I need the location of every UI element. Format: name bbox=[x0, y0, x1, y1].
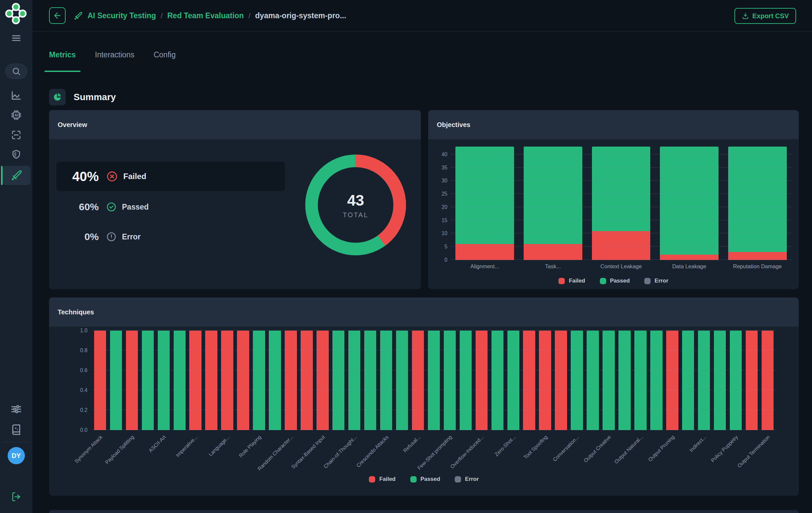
back-button[interactable] bbox=[49, 7, 66, 24]
technique-bar-passed[interactable] bbox=[698, 331, 710, 430]
search-icon[interactable] bbox=[5, 64, 27, 79]
technique-bar-failed[interactable] bbox=[666, 331, 678, 430]
stacked-bar-task-[interactable] bbox=[524, 146, 582, 260]
docs-book-icon[interactable] bbox=[0, 423, 32, 436]
technique-bar-failed[interactable] bbox=[317, 331, 328, 430]
stacked-bar-context-leakage[interactable] bbox=[592, 146, 650, 260]
technique-bar-failed[interactable] bbox=[300, 331, 313, 430]
objectives-bar-slot bbox=[451, 145, 519, 260]
tab-bar: Metrics Interactions Config bbox=[49, 50, 176, 72]
legend-item-error[interactable]: Error bbox=[455, 476, 479, 483]
technique-bar-failed[interactable] bbox=[412, 331, 424, 430]
technique-bar-slot bbox=[362, 331, 378, 430]
logout-icon[interactable] bbox=[0, 491, 32, 503]
page-title: Summary bbox=[74, 92, 116, 103]
technique-bar-slot bbox=[553, 331, 569, 430]
export-csv-button[interactable]: Export CSV bbox=[734, 8, 796, 24]
techniques-y-axis: 0.00.20.40.60.81.0 bbox=[61, 331, 87, 430]
technique-bar-passed[interactable] bbox=[380, 331, 392, 430]
technique-bar-passed[interactable] bbox=[110, 331, 122, 430]
objectives-bar-chart[interactable] bbox=[451, 145, 791, 260]
technique-bar-passed[interactable] bbox=[142, 331, 154, 430]
gridline bbox=[451, 220, 791, 220]
technique-bar-passed[interactable] bbox=[348, 331, 360, 430]
stat-row-passed[interactable]: 60% Passed bbox=[56, 197, 285, 217]
technique-bar-passed[interactable] bbox=[269, 331, 281, 430]
stat-row-failed[interactable]: 40% Failed bbox=[56, 162, 285, 191]
stacked-bar-reputation-damage[interactable] bbox=[728, 146, 787, 260]
stacked-bar-data-leakage[interactable] bbox=[660, 146, 719, 260]
technique-bar-failed[interactable] bbox=[523, 331, 535, 430]
circle-x-icon bbox=[106, 170, 118, 182]
technique-bar-slot bbox=[172, 331, 187, 430]
technique-bar-passed[interactable] bbox=[396, 331, 408, 430]
technique-bar-passed[interactable] bbox=[428, 331, 440, 430]
gridline bbox=[92, 389, 776, 390]
tab-interactions[interactable]: Interactions bbox=[95, 50, 135, 72]
technique-bar-passed[interactable] bbox=[587, 331, 599, 430]
technique-bar-passed[interactable] bbox=[460, 331, 472, 430]
technique-bar-passed[interactable] bbox=[714, 331, 726, 430]
legend-item-failed[interactable]: Failed bbox=[369, 476, 396, 483]
sidebar-item-red-team[interactable] bbox=[3, 166, 30, 185]
technique-bar-failed[interactable] bbox=[539, 331, 551, 430]
breadcrumb-section[interactable]: AI Security Testing bbox=[87, 11, 156, 20]
technique-bar-failed[interactable] bbox=[94, 331, 106, 430]
technique-bar-passed[interactable] bbox=[682, 331, 694, 430]
app-logo-icon[interactable] bbox=[5, 3, 27, 25]
stat-row-error[interactable]: 0% Error bbox=[56, 227, 285, 247]
legend-item-failed[interactable]: Failed bbox=[558, 277, 585, 284]
legend-item-passed[interactable]: Passed bbox=[410, 476, 440, 483]
stacked-bar-alignment-[interactable] bbox=[455, 146, 514, 260]
technique-bar-failed[interactable] bbox=[285, 331, 297, 430]
technique-bar-failed[interactable] bbox=[475, 331, 488, 430]
technique-bar-passed[interactable] bbox=[332, 331, 344, 430]
technique-bar-slot bbox=[490, 331, 505, 430]
tab-metrics[interactable]: Metrics bbox=[49, 50, 76, 72]
technique-bar-passed[interactable] bbox=[364, 331, 376, 430]
y-tick-label: 35 bbox=[441, 165, 447, 171]
failed-label: Failed bbox=[123, 172, 146, 181]
legend-label: Failed bbox=[379, 476, 396, 483]
x-axis-category-label: Alignment... bbox=[451, 263, 519, 270]
settings-sliders-icon[interactable] bbox=[0, 403, 32, 415]
technique-bar-slot bbox=[235, 331, 251, 430]
technique-bar-passed[interactable] bbox=[603, 331, 614, 430]
legend-label: Passed bbox=[420, 476, 440, 483]
tab-config[interactable]: Config bbox=[153, 50, 175, 72]
technique-bar-passed[interactable] bbox=[650, 331, 662, 430]
y-tick-label: 5 bbox=[444, 244, 447, 250]
technique-bar-failed[interactable] bbox=[126, 331, 138, 430]
top-bar: AI Security Testing / Red Team Evaluatio… bbox=[32, 0, 812, 31]
shield-icon[interactable] bbox=[0, 148, 32, 161]
technique-bar-passed[interactable] bbox=[174, 331, 185, 430]
technique-bar-failed[interactable] bbox=[762, 331, 774, 430]
legend-item-error[interactable]: Error bbox=[644, 277, 668, 284]
technique-bar-failed[interactable] bbox=[746, 331, 758, 430]
technique-bar-passed[interactable] bbox=[508, 331, 519, 430]
ai-chip-icon[interactable]: AI bbox=[0, 109, 32, 121]
technique-bar-failed[interactable] bbox=[237, 331, 249, 430]
analytics-chart-icon[interactable] bbox=[0, 89, 32, 101]
technique-bar-passed[interactable] bbox=[158, 331, 170, 430]
technique-bar-passed[interactable] bbox=[253, 331, 265, 430]
technique-bar-passed[interactable] bbox=[618, 331, 630, 430]
technique-bar-passed[interactable] bbox=[634, 331, 646, 430]
technique-bar-passed[interactable] bbox=[492, 331, 503, 430]
avatar[interactable]: DY bbox=[8, 447, 25, 464]
scan-frame-icon[interactable] bbox=[0, 129, 32, 141]
menu-hamburger-icon[interactable] bbox=[0, 32, 32, 44]
technique-bar-passed[interactable] bbox=[730, 331, 742, 430]
legend-item-passed[interactable]: Passed bbox=[600, 277, 630, 284]
breadcrumb-subsection[interactable]: Red Team Evaluation bbox=[167, 11, 244, 20]
technique-bar-failed[interactable] bbox=[221, 331, 233, 430]
technique-bar-slot bbox=[760, 331, 776, 430]
technique-bar-failed[interactable] bbox=[205, 331, 217, 430]
technique-bar-passed[interactable] bbox=[571, 331, 583, 430]
technique-bar-failed[interactable] bbox=[555, 331, 567, 430]
techniques-bar-chart[interactable] bbox=[92, 331, 776, 430]
overview-donut-chart[interactable]: 43 TOTAL bbox=[305, 155, 406, 255]
technique-bar-slot bbox=[632, 331, 648, 430]
technique-bar-passed[interactable] bbox=[444, 331, 456, 430]
technique-bar-failed[interactable] bbox=[189, 331, 201, 430]
